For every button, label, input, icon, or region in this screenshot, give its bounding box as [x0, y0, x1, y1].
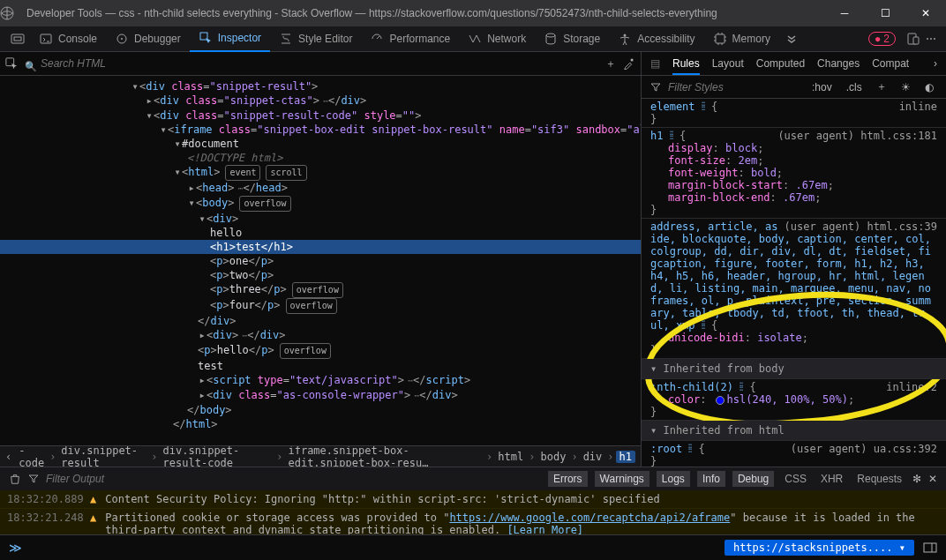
markup-node[interactable]: ▾<body>overflow [0, 196, 641, 212]
sidebar-tabs: ▤ RulesLayoutComputedChangesCompat› [642, 52, 946, 76]
logs-filter-button[interactable]: Logs [657, 471, 690, 487]
search-html-input[interactable] [23, 57, 174, 70]
filter-icon [28, 474, 39, 484]
markup-node[interactable]: </body> [0, 403, 641, 417]
tab-inspector[interactable]: Inspector [190, 26, 270, 52]
sidebar-tab-layout[interactable]: Layout [712, 57, 744, 70]
breadcrumb-item[interactable]: h1 [616, 451, 635, 463]
breadcrumb-item[interactable]: iframe.snippet-box-edit.snippet-box-resu… [284, 445, 484, 467]
tab-memory[interactable]: Memory [704, 26, 779, 52]
markup-node[interactable]: ▾<div class="snippet-result"> [0, 79, 641, 93]
maximize-button[interactable]: ☐ [865, 0, 905, 26]
requests-filter-toggle[interactable]: Requests [853, 471, 905, 487]
breadcrumbs[interactable]: ‹ -code›div.snippet-result›div.snippet-r… [0, 445, 641, 467]
console-settings-icon[interactable]: ✻ [912, 473, 921, 485]
errors-filter-button[interactable]: Errors [548, 471, 588, 487]
breadcrumb-item[interactable]: body [537, 451, 569, 463]
markup-node[interactable]: ▸<div class="as-console-wrapper">⋯</div> [0, 388, 641, 403]
warnings-filter-button[interactable]: Warnings [595, 471, 649, 487]
markup-node[interactable]: ▸<script type="text/javascript">⋯</scrip… [0, 373, 641, 388]
window-title: Developer Tools — css - nth-child select… [26, 7, 824, 19]
tab-overflow[interactable] [779, 26, 804, 52]
eyedropper-icon[interactable] [623, 57, 635, 70]
inherited-section-header: ▾ Inherited from body [642, 359, 946, 379]
console-prompt[interactable]: ≫ [9, 541, 22, 555]
markup-node[interactable]: <p>two</p> [0, 268, 641, 282]
breadcrumb-prev-icon[interactable]: ‹ [5, 451, 11, 463]
breadcrumb-item[interactable]: div [580, 451, 606, 463]
markup-node[interactable]: </div> [0, 314, 641, 328]
tab-network[interactable]: Network [459, 26, 535, 52]
app-icon [0, 6, 26, 20]
markup-node[interactable]: <p>hello</p>overflow [0, 343, 641, 359]
tab-console[interactable]: Console [30, 26, 106, 52]
markup-node[interactable]: <p>four</p>overflow [0, 298, 641, 314]
element-picker-icon[interactable] [5, 57, 18, 70]
markup-node[interactable]: ▸<head>⋯</head> [0, 181, 641, 196]
toolbox-menu-icon[interactable]: ⋯ [926, 33, 937, 45]
tab-debugger[interactable]: Debugger [106, 26, 190, 52]
breadcrumb-item[interactable]: html [494, 451, 527, 463]
filter-output-input[interactable] [46, 473, 541, 485]
markup-node[interactable]: ▾<html>eventscroll [0, 165, 641, 181]
markup-node[interactable]: ▾#document [0, 137, 641, 151]
debug-filter-button[interactable]: Debug [732, 471, 774, 487]
pseudo-hov-button[interactable]: :hov [808, 81, 836, 93]
sidebar-tab-overflow-icon[interactable]: › [934, 57, 937, 70]
close-button[interactable]: ✕ [905, 0, 946, 26]
markup-node[interactable]: <p>three</p>overflow [0, 282, 641, 298]
breadcrumb-item[interactable]: -code [15, 445, 48, 467]
xhr-filter-toggle[interactable]: XHR [817, 471, 846, 487]
filter-icon [650, 82, 661, 93]
css-rule[interactable]: (user agent) html.css:39address, article… [642, 219, 946, 359]
markup-node[interactable]: </html> [0, 417, 641, 431]
markup-tree[interactable]: ▾<div class="snippet-result">▸<div class… [0, 76, 641, 445]
close-split-console-icon[interactable]: ✕ [928, 473, 937, 485]
minimize-button[interactable]: ─ [824, 0, 865, 26]
sidebar-tab-rules[interactable]: Rules [672, 57, 700, 75]
filter-styles-input[interactable] [668, 81, 801, 93]
frame-picker-icon[interactable] [5, 32, 30, 46]
css-rule[interactable]: (user agent) ua.css:392:root ⦙⦙ {} [642, 441, 946, 467]
css-rule[interactable]: (user agent) html.css:181h1 ⦙⦙ {display:… [642, 128, 946, 219]
markup-node[interactable]: test [0, 359, 641, 373]
tab-style-editor[interactable]: Style Editor [270, 26, 361, 52]
sidebar-tab-changes[interactable]: Changes [817, 57, 860, 70]
clear-console-icon[interactable] [9, 473, 21, 485]
markup-node[interactable]: hello [0, 226, 641, 240]
css-rule[interactable]: inline:2:nth-child(2) ⦙⦙ {color: hsl(240… [642, 379, 946, 421]
sidebar-tab-compat[interactable]: Compat [872, 57, 909, 70]
sidebar-tab-computed[interactable]: Computed [756, 57, 805, 70]
add-node-icon[interactable]: ＋ [605, 56, 616, 71]
markup-node[interactable]: ▾<div> [0, 212, 641, 226]
markup-node[interactable]: ▸<div>⋯</div> [0, 328, 641, 343]
dark-scheme-icon[interactable]: ◐ [921, 81, 937, 93]
markup-node[interactable]: ▾<iframe class="snippet-box-edit snippet… [0, 123, 641, 137]
css-rule[interactable]: inlineelement ⦙⦙ {} [642, 99, 946, 128]
light-scheme-icon[interactable]: ☀ [897, 81, 914, 93]
css-filter-toggle[interactable]: CSS [781, 471, 810, 487]
titlebar: Developer Tools — css - nth-child select… [0, 0, 946, 26]
toolbox-tabs: ConsoleDebuggerInspectorStyle EditorPerf… [0, 26, 946, 52]
tab-accessibility[interactable]: Accessibility [609, 26, 703, 52]
svg-rect-2 [14, 37, 21, 41]
breadcrumb-item[interactable]: div.snippet-result-code [160, 445, 275, 467]
markup-node[interactable]: ▸<div class="snippet-ctas">⋯</div> [0, 93, 641, 108]
responsive-mode-icon[interactable] [906, 32, 920, 46]
markup-node[interactable]: <h1>test</h1> [0, 240, 641, 254]
info-filter-button[interactable]: Info [697, 471, 725, 487]
new-rule-icon[interactable]: ＋ [873, 79, 890, 94]
svg-rect-14 [924, 543, 936, 552]
iframe-context-chip[interactable]: https://stacksnippets.... [725, 540, 914, 556]
split-pane-icon[interactable] [923, 541, 937, 555]
error-count-badge[interactable]: ● 2 [868, 32, 896, 46]
tab-storage[interactable]: Storage [535, 26, 609, 52]
tab-performance[interactable]: Performance [361, 26, 459, 52]
class-panel-button[interactable]: .cls [843, 81, 866, 93]
markup-node[interactable]: <!DOCTYPE html> [0, 151, 641, 165]
console-output: 18:32:20.889▲Content Security Policy: Ig… [0, 490, 946, 534]
breadcrumb-item[interactable]: div.snippet-result [57, 445, 149, 467]
markup-node[interactable]: ▾<div class="snippet-result-code" style=… [0, 108, 641, 123]
markup-node[interactable]: <p>one</p> [0, 254, 641, 268]
filter-icon[interactable]: ▤ [650, 57, 660, 70]
